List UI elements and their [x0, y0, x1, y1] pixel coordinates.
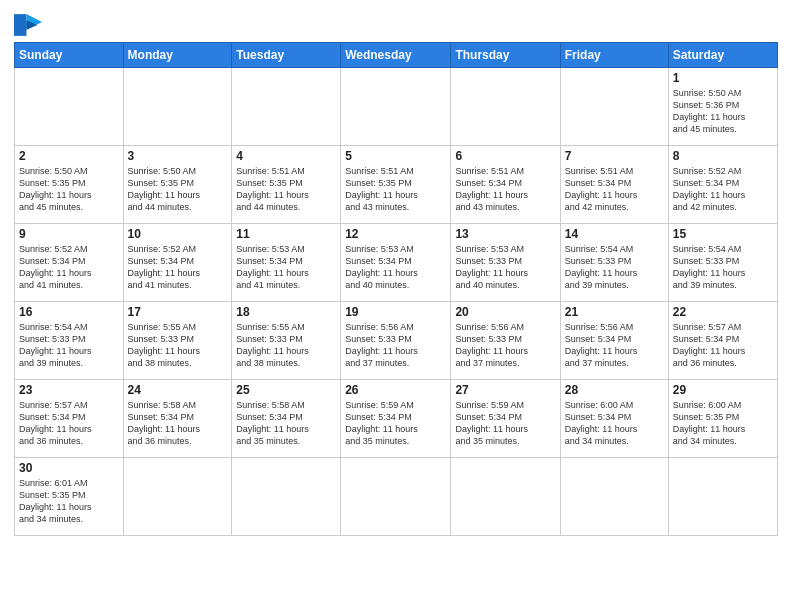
calendar-cell: [232, 458, 341, 536]
day-number: 30: [19, 461, 119, 475]
day-info: Sunrise: 5:53 AM Sunset: 5:34 PM Dayligh…: [345, 243, 446, 292]
day-info: Sunrise: 5:59 AM Sunset: 5:34 PM Dayligh…: [455, 399, 555, 448]
calendar-week-row: 9Sunrise: 5:52 AM Sunset: 5:34 PM Daylig…: [15, 224, 778, 302]
day-number: 4: [236, 149, 336, 163]
day-info: Sunrise: 5:51 AM Sunset: 5:34 PM Dayligh…: [565, 165, 664, 214]
day-info: Sunrise: 5:58 AM Sunset: 5:34 PM Dayligh…: [128, 399, 228, 448]
day-info: Sunrise: 5:50 AM Sunset: 5:35 PM Dayligh…: [128, 165, 228, 214]
calendar-cell: [123, 458, 232, 536]
day-number: 20: [455, 305, 555, 319]
calendar-cell: [451, 68, 560, 146]
day-number: 22: [673, 305, 773, 319]
day-number: 11: [236, 227, 336, 241]
day-number: 8: [673, 149, 773, 163]
day-number: 18: [236, 305, 336, 319]
calendar-cell: 15Sunrise: 5:54 AM Sunset: 5:33 PM Dayli…: [668, 224, 777, 302]
calendar-week-row: 2Sunrise: 5:50 AM Sunset: 5:35 PM Daylig…: [15, 146, 778, 224]
calendar-cell: [668, 458, 777, 536]
calendar-cell: 4Sunrise: 5:51 AM Sunset: 5:35 PM Daylig…: [232, 146, 341, 224]
calendar: SundayMondayTuesdayWednesdayThursdayFrid…: [14, 42, 778, 536]
day-number: 10: [128, 227, 228, 241]
calendar-cell: 10Sunrise: 5:52 AM Sunset: 5:34 PM Dayli…: [123, 224, 232, 302]
day-info: Sunrise: 5:58 AM Sunset: 5:34 PM Dayligh…: [236, 399, 336, 448]
day-info: Sunrise: 6:00 AM Sunset: 5:35 PM Dayligh…: [673, 399, 773, 448]
calendar-cell: 13Sunrise: 5:53 AM Sunset: 5:33 PM Dayli…: [451, 224, 560, 302]
day-info: Sunrise: 5:52 AM Sunset: 5:34 PM Dayligh…: [128, 243, 228, 292]
calendar-cell: 17Sunrise: 5:55 AM Sunset: 5:33 PM Dayli…: [123, 302, 232, 380]
calendar-cell: 20Sunrise: 5:56 AM Sunset: 5:33 PM Dayli…: [451, 302, 560, 380]
day-number: 2: [19, 149, 119, 163]
calendar-week-row: 1Sunrise: 5:50 AM Sunset: 5:36 PM Daylig…: [15, 68, 778, 146]
calendar-cell: [341, 68, 451, 146]
day-info: Sunrise: 5:50 AM Sunset: 5:36 PM Dayligh…: [673, 87, 773, 136]
calendar-cell: 5Sunrise: 5:51 AM Sunset: 5:35 PM Daylig…: [341, 146, 451, 224]
day-number: 23: [19, 383, 119, 397]
day-info: Sunrise: 5:57 AM Sunset: 5:34 PM Dayligh…: [673, 321, 773, 370]
day-number: 17: [128, 305, 228, 319]
calendar-cell: 28Sunrise: 6:00 AM Sunset: 5:34 PM Dayli…: [560, 380, 668, 458]
calendar-cell: 11Sunrise: 5:53 AM Sunset: 5:34 PM Dayli…: [232, 224, 341, 302]
day-number: 29: [673, 383, 773, 397]
calendar-week-row: 23Sunrise: 5:57 AM Sunset: 5:34 PM Dayli…: [15, 380, 778, 458]
svg-rect-0: [14, 14, 26, 36]
calendar-cell: [560, 458, 668, 536]
day-number: 19: [345, 305, 446, 319]
calendar-cell: [341, 458, 451, 536]
calendar-header-friday: Friday: [560, 43, 668, 68]
calendar-cell: 12Sunrise: 5:53 AM Sunset: 5:34 PM Dayli…: [341, 224, 451, 302]
day-number: 28: [565, 383, 664, 397]
day-info: Sunrise: 5:51 AM Sunset: 5:34 PM Dayligh…: [455, 165, 555, 214]
day-info: Sunrise: 5:52 AM Sunset: 5:34 PM Dayligh…: [673, 165, 773, 214]
calendar-header-monday: Monday: [123, 43, 232, 68]
day-info: Sunrise: 5:56 AM Sunset: 5:34 PM Dayligh…: [565, 321, 664, 370]
calendar-cell: [451, 458, 560, 536]
day-info: Sunrise: 5:54 AM Sunset: 5:33 PM Dayligh…: [673, 243, 773, 292]
day-info: Sunrise: 6:01 AM Sunset: 5:35 PM Dayligh…: [19, 477, 119, 526]
calendar-cell: 23Sunrise: 5:57 AM Sunset: 5:34 PM Dayli…: [15, 380, 124, 458]
calendar-cell: 21Sunrise: 5:56 AM Sunset: 5:34 PM Dayli…: [560, 302, 668, 380]
day-number: 6: [455, 149, 555, 163]
calendar-week-row: 16Sunrise: 5:54 AM Sunset: 5:33 PM Dayli…: [15, 302, 778, 380]
day-number: 12: [345, 227, 446, 241]
calendar-cell: 18Sunrise: 5:55 AM Sunset: 5:33 PM Dayli…: [232, 302, 341, 380]
day-number: 14: [565, 227, 664, 241]
calendar-cell: 6Sunrise: 5:51 AM Sunset: 5:34 PM Daylig…: [451, 146, 560, 224]
calendar-cell: 30Sunrise: 6:01 AM Sunset: 5:35 PM Dayli…: [15, 458, 124, 536]
calendar-cell: 8Sunrise: 5:52 AM Sunset: 5:34 PM Daylig…: [668, 146, 777, 224]
calendar-cell: 26Sunrise: 5:59 AM Sunset: 5:34 PM Dayli…: [341, 380, 451, 458]
calendar-cell: 27Sunrise: 5:59 AM Sunset: 5:34 PM Dayli…: [451, 380, 560, 458]
calendar-cell: [560, 68, 668, 146]
page: SundayMondayTuesdayWednesdayThursdayFrid…: [0, 0, 792, 612]
day-info: Sunrise: 5:50 AM Sunset: 5:35 PM Dayligh…: [19, 165, 119, 214]
day-info: Sunrise: 5:55 AM Sunset: 5:33 PM Dayligh…: [128, 321, 228, 370]
calendar-cell: 3Sunrise: 5:50 AM Sunset: 5:35 PM Daylig…: [123, 146, 232, 224]
day-info: Sunrise: 5:54 AM Sunset: 5:33 PM Dayligh…: [19, 321, 119, 370]
logo-icon: [14, 14, 42, 36]
day-number: 7: [565, 149, 664, 163]
calendar-cell: 7Sunrise: 5:51 AM Sunset: 5:34 PM Daylig…: [560, 146, 668, 224]
day-info: Sunrise: 5:56 AM Sunset: 5:33 PM Dayligh…: [345, 321, 446, 370]
calendar-header-wednesday: Wednesday: [341, 43, 451, 68]
calendar-cell: 22Sunrise: 5:57 AM Sunset: 5:34 PM Dayli…: [668, 302, 777, 380]
logo: [14, 14, 46, 36]
calendar-header-saturday: Saturday: [668, 43, 777, 68]
day-info: Sunrise: 5:54 AM Sunset: 5:33 PM Dayligh…: [565, 243, 664, 292]
calendar-cell: 2Sunrise: 5:50 AM Sunset: 5:35 PM Daylig…: [15, 146, 124, 224]
calendar-header-sunday: Sunday: [15, 43, 124, 68]
calendar-header-row: SundayMondayTuesdayWednesdayThursdayFrid…: [15, 43, 778, 68]
day-number: 21: [565, 305, 664, 319]
calendar-header-tuesday: Tuesday: [232, 43, 341, 68]
day-info: Sunrise: 5:56 AM Sunset: 5:33 PM Dayligh…: [455, 321, 555, 370]
day-number: 9: [19, 227, 119, 241]
calendar-header-thursday: Thursday: [451, 43, 560, 68]
day-info: Sunrise: 5:53 AM Sunset: 5:33 PM Dayligh…: [455, 243, 555, 292]
day-info: Sunrise: 6:00 AM Sunset: 5:34 PM Dayligh…: [565, 399, 664, 448]
calendar-cell: [232, 68, 341, 146]
calendar-week-row: 30Sunrise: 6:01 AM Sunset: 5:35 PM Dayli…: [15, 458, 778, 536]
calendar-cell: 19Sunrise: 5:56 AM Sunset: 5:33 PM Dayli…: [341, 302, 451, 380]
calendar-cell: [15, 68, 124, 146]
day-number: 3: [128, 149, 228, 163]
day-info: Sunrise: 5:55 AM Sunset: 5:33 PM Dayligh…: [236, 321, 336, 370]
calendar-cell: 16Sunrise: 5:54 AM Sunset: 5:33 PM Dayli…: [15, 302, 124, 380]
calendar-cell: 25Sunrise: 5:58 AM Sunset: 5:34 PM Dayli…: [232, 380, 341, 458]
